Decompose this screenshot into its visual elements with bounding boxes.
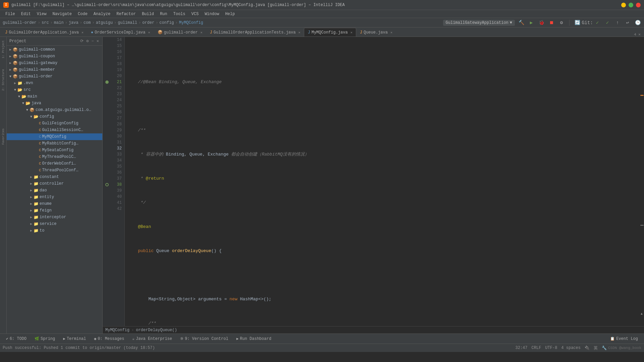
- project-view-label[interactable]: 1: Project: [1, 39, 6, 60]
- tab-close-icon[interactable]: ✕: [200, 31, 202, 35]
- tab-mymqconfig[interactable]: J MyMQConfig.java ✕: [304, 28, 356, 37]
- tab-close-icon[interactable]: ✕: [351, 31, 353, 35]
- build-btn[interactable]: 🔨: [518, 19, 525, 26]
- tree-gulimall-coupon[interactable]: ▶ 📦 gulimall-coupon: [7, 53, 102, 60]
- tree-gulimall-session[interactable]: ▶ C GulimallSessionC…: [7, 127, 102, 133]
- nav-main[interactable]: main: [54, 20, 64, 25]
- vcs-history-btn[interactable]: 🕒: [634, 19, 641, 26]
- nav-atguigu[interactable]: atguigu: [96, 20, 113, 25]
- minimize-button[interactable]: −: [621, 3, 626, 7]
- nav-mymqconfig[interactable]: MyMQConfig: [179, 20, 203, 25]
- refresh-btn[interactable]: 🔄: [574, 19, 581, 26]
- structure-view-label[interactable]: 2: Structure: [1, 68, 6, 92]
- tab-gulimall-order-application[interactable]: J GulimallOrderApplication.java ✕: [1, 28, 87, 37]
- debug-btn[interactable]: 🐞: [538, 19, 545, 26]
- bottom-tab-java-enterprise[interactable]: ☕ Java Enterprise: [129, 335, 175, 343]
- tree-gulimall-member[interactable]: ▶ 📦 gulimall-member: [7, 66, 102, 73]
- gutter-bean-38[interactable]: [103, 182, 111, 188]
- tab-close-icon[interactable]: ✕: [148, 31, 150, 35]
- panel-hide-btn[interactable]: ✕: [96, 38, 100, 44]
- tree-config[interactable]: ▼ 📂 config: [7, 113, 102, 120]
- bottom-tab-messages[interactable]: ◉ 0: Messages: [91, 335, 128, 343]
- panel-collapse-btn[interactable]: −: [91, 38, 95, 44]
- scroll-top-btn[interactable]: ▲: [639, 311, 644, 316]
- menu-file[interactable]: File: [3, 11, 18, 17]
- menu-edit[interactable]: Edit: [18, 11, 34, 17]
- favorites-view-label[interactable]: Favorites: [1, 127, 6, 146]
- tree-gulimall-gateway[interactable]: ▶ 📦 gulimall-gateway: [7, 60, 102, 66]
- tab-gulimall-order[interactable]: 📦 gulimall-order ✕: [154, 28, 206, 37]
- line-separator[interactable]: CRLF: [532, 346, 541, 350]
- bottom-tab-run-dashboard[interactable]: ▶ Run Dashboard: [233, 335, 275, 343]
- menu-vcs[interactable]: VCS: [189, 11, 202, 17]
- tree-threadpool[interactable]: ▶ C ThreadPoolConf…: [7, 167, 102, 174]
- tab-order-service-impl[interactable]: ● OrderServiceImpl.java ✕: [87, 28, 154, 37]
- gutter-bean-21[interactable]: [103, 79, 111, 85]
- tree-src[interactable]: ▼ 📂 src: [7, 86, 102, 93]
- settings-btn[interactable]: ⚙: [558, 19, 565, 26]
- indent-label[interactable]: 4 spaces: [561, 346, 581, 350]
- git-update-btn[interactable]: ↑: [614, 19, 621, 26]
- tree-controller[interactable]: ▶ 📁 controller: [7, 180, 102, 187]
- menu-help[interactable]: Help: [222, 11, 237, 17]
- tree-mvn[interactable]: ▶ 📁 .mvn: [7, 80, 102, 86]
- menu-refactor[interactable]: Refactor: [114, 11, 139, 17]
- run-btn[interactable]: ▶: [528, 19, 535, 26]
- tab-overflow-indicator[interactable]: 4 ✕: [632, 32, 643, 37]
- tree-to[interactable]: ▶ 📁 to: [7, 227, 102, 234]
- bottom-tab-spring[interactable]: 🌿 Spring: [31, 335, 58, 343]
- tab-close-icon[interactable]: ✕: [298, 31, 300, 35]
- nav-src[interactable]: src: [42, 20, 49, 25]
- menu-run[interactable]: Run: [157, 11, 170, 17]
- nav-java[interactable]: java: [69, 20, 78, 25]
- code-editor[interactable]: //@Bean Binding, Queue, Exchange /** * 容…: [125, 37, 639, 326]
- tab-close-icon[interactable]: ✕: [390, 31, 392, 35]
- tree-enume[interactable]: ▶ 📁 enume: [7, 200, 102, 207]
- git-push-btn[interactable]: ✓: [604, 19, 611, 26]
- tree-myseata[interactable]: ▶ C MySeataConfig: [7, 147, 102, 154]
- tree-orderweb[interactable]: ▶ C OrderWebConfi…: [7, 160, 102, 167]
- tree-feign[interactable]: ▶ 📁 feign: [7, 207, 102, 214]
- tree-interceptor[interactable]: ▶ 📁 interceptor: [7, 214, 102, 221]
- tree-gulimall-common[interactable]: ▶ 📦 gulimall-common: [7, 46, 102, 53]
- nav-gulimall[interactable]: gulimall: [118, 20, 137, 25]
- git-revert-btn[interactable]: ↩: [624, 19, 631, 26]
- nav-com[interactable]: com: [84, 20, 91, 25]
- tree-main[interactable]: ▼ 📂 main: [7, 93, 102, 100]
- menu-analyze[interactable]: Analyze: [91, 11, 113, 17]
- tree-myrabbit[interactable]: ▶ C MyRabbitConfig…: [7, 140, 102, 147]
- tab-close-icon[interactable]: ✕: [82, 31, 84, 35]
- tree-package[interactable]: ▼ 📦 com.atguigu.gulimall.o…: [7, 107, 102, 113]
- close-button[interactable]: ✕: [636, 3, 641, 7]
- bc-method[interactable]: orderDelayQueue(): [136, 328, 177, 333]
- bottom-tab-version-control[interactable]: ⑨ 9: Version Control: [177, 335, 232, 343]
- tree-mythreadpool[interactable]: ▶ C MyThreadPoolC…: [7, 154, 102, 160]
- bottom-tab-terminal[interactable]: ▶ Terminal: [60, 335, 89, 343]
- maximize-button[interactable]: □: [629, 3, 633, 7]
- menu-view[interactable]: View: [34, 11, 49, 17]
- tree-constant[interactable]: ▶ 📁 constant: [7, 174, 102, 180]
- tab-queue[interactable]: J Queue.java ✕: [356, 28, 396, 37]
- nav-gulimall-order[interactable]: gulimall-order: [3, 20, 37, 25]
- nav-config[interactable]: config: [159, 20, 174, 25]
- tree-java[interactable]: ▼ 📂 java: [7, 100, 102, 107]
- panel-sync-btn[interactable]: ⟳: [79, 38, 84, 44]
- bottom-tab-event-log[interactable]: 📋 Event Log: [607, 335, 641, 343]
- bottom-tab-todo[interactable]: ✔ 6: TODO: [3, 335, 30, 343]
- tree-gulimall-order[interactable]: ▼ 📦 gulimall-order: [7, 73, 102, 80]
- code-area[interactable]: 14 15 16 17 18 19 20 21 22 23 24 25 26 2…: [103, 37, 644, 326]
- cursor-position[interactable]: 32:47: [516, 346, 528, 350]
- git-commit-btn[interactable]: ✓: [594, 19, 601, 26]
- tree-entity[interactable]: ▶ 📁 entity: [7, 194, 102, 200]
- panel-settings-btn[interactable]: ⚙: [86, 38, 89, 44]
- run-configuration-selector[interactable]: GulimallGatewayApplication ▼: [443, 20, 515, 26]
- menu-navigate[interactable]: Navigate: [50, 11, 74, 17]
- menu-window[interactable]: Window: [202, 11, 222, 17]
- bc-file[interactable]: MyMQConfig: [105, 328, 129, 333]
- tab-application-tests[interactable]: J GulimallOrderApplicationTests.java ✕: [206, 28, 304, 37]
- nav-order[interactable]: order: [142, 20, 154, 25]
- tree-mymqconfig[interactable]: ▶ C MyMQConfig: [7, 133, 102, 140]
- menu-code[interactable]: Code: [75, 11, 90, 17]
- tree-gulifeign[interactable]: ▶ C GuliFeignConfig: [7, 120, 102, 127]
- tree-service[interactable]: ▶ 📁 service: [7, 221, 102, 227]
